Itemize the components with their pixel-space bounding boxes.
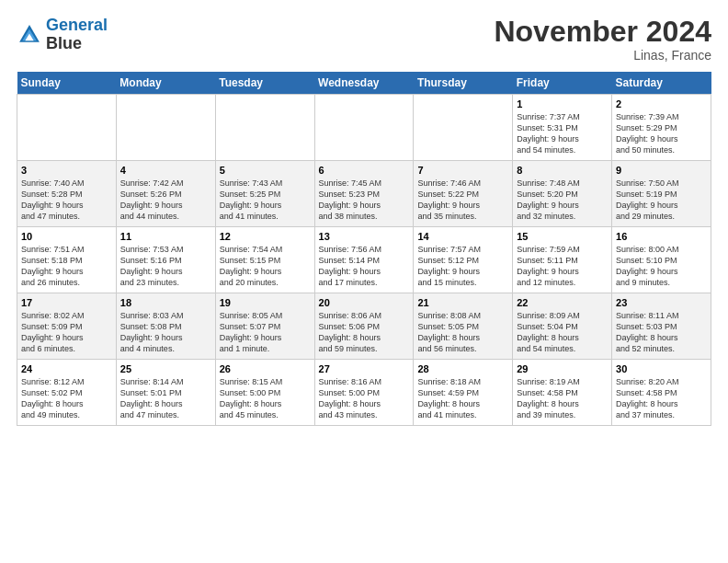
day-cell	[116, 95, 215, 161]
day-info: Sunrise: 8:14 AM Sunset: 5:01 PM Dayligh…	[120, 376, 211, 421]
day-cell: 6Sunrise: 7:45 AM Sunset: 5:23 PM Daylig…	[314, 161, 414, 227]
logo-icon	[17, 22, 42, 48]
day-cell: 22Sunrise: 8:09 AM Sunset: 5:04 PM Dayli…	[513, 293, 612, 360]
day-cell: 29Sunrise: 8:19 AM Sunset: 4:58 PM Dayli…	[513, 360, 612, 426]
col-header-saturday: Saturday	[612, 72, 711, 95]
header: GeneralBlue November 2024 Linas, France	[17, 17, 711, 63]
month-title: November 2024	[494, 17, 711, 46]
day-cell: 5Sunrise: 7:43 AM Sunset: 5:25 PM Daylig…	[215, 161, 314, 227]
col-header-monday: Monday	[116, 72, 215, 95]
page: GeneralBlue November 2024 Linas, France …	[0, 0, 728, 437]
day-cell: 26Sunrise: 8:15 AM Sunset: 5:00 PM Dayli…	[215, 360, 314, 426]
day-number: 11	[120, 231, 211, 242]
day-info: Sunrise: 8:19 AM Sunset: 4:58 PM Dayligh…	[517, 376, 608, 421]
day-number: 26	[220, 363, 311, 374]
day-number: 22	[517, 297, 608, 308]
day-info: Sunrise: 8:11 AM Sunset: 5:03 PM Dayligh…	[616, 310, 707, 355]
day-cell: 7Sunrise: 7:46 AM Sunset: 5:22 PM Daylig…	[414, 161, 513, 227]
day-cell: 28Sunrise: 8:18 AM Sunset: 4:59 PM Dayli…	[414, 360, 513, 426]
day-info: Sunrise: 7:48 AM Sunset: 5:20 PM Dayligh…	[517, 178, 608, 223]
day-cell: 2Sunrise: 7:39 AM Sunset: 5:29 PM Daylig…	[612, 95, 711, 161]
day-number: 5	[220, 165, 311, 176]
day-number: 28	[417, 363, 508, 374]
day-cell: 13Sunrise: 7:56 AM Sunset: 5:14 PM Dayli…	[314, 227, 414, 293]
day-number: 16	[616, 231, 707, 242]
day-cell: 17Sunrise: 8:02 AM Sunset: 5:09 PM Dayli…	[17, 293, 117, 360]
day-info: Sunrise: 7:56 AM Sunset: 5:14 PM Dayligh…	[319, 244, 410, 289]
day-info: Sunrise: 7:40 AM Sunset: 5:28 PM Dayligh…	[21, 178, 112, 223]
day-info: Sunrise: 7:46 AM Sunset: 5:22 PM Dayligh…	[417, 178, 508, 223]
day-info: Sunrise: 8:09 AM Sunset: 5:04 PM Dayligh…	[517, 310, 608, 355]
day-cell: 30Sunrise: 8:20 AM Sunset: 4:58 PM Dayli…	[612, 360, 711, 426]
day-info: Sunrise: 8:06 AM Sunset: 5:06 PM Dayligh…	[319, 310, 410, 355]
day-cell: 11Sunrise: 7:53 AM Sunset: 5:16 PM Dayli…	[116, 227, 215, 293]
day-cell: 4Sunrise: 7:42 AM Sunset: 5:26 PM Daylig…	[116, 161, 215, 227]
col-header-friday: Friday	[513, 72, 612, 95]
day-info: Sunrise: 8:12 AM Sunset: 5:02 PM Dayligh…	[21, 376, 112, 421]
day-info: Sunrise: 8:20 AM Sunset: 4:58 PM Dayligh…	[616, 376, 707, 421]
day-cell: 27Sunrise: 8:16 AM Sunset: 5:00 PM Dayli…	[314, 360, 414, 426]
day-info: Sunrise: 8:08 AM Sunset: 5:05 PM Dayligh…	[417, 310, 508, 355]
day-cell: 18Sunrise: 8:03 AM Sunset: 5:08 PM Dayli…	[116, 293, 215, 360]
week-row-3: 10Sunrise: 7:51 AM Sunset: 5:18 PM Dayli…	[17, 227, 711, 293]
day-info: Sunrise: 7:39 AM Sunset: 5:29 PM Dayligh…	[616, 111, 707, 156]
week-row-2: 3Sunrise: 7:40 AM Sunset: 5:28 PM Daylig…	[17, 161, 711, 227]
day-number: 20	[319, 297, 410, 308]
day-cell: 23Sunrise: 8:11 AM Sunset: 5:03 PM Dayli…	[612, 293, 711, 360]
col-header-thursday: Thursday	[414, 72, 513, 95]
title-block: November 2024 Linas, France	[494, 17, 711, 63]
day-info: Sunrise: 7:54 AM Sunset: 5:15 PM Dayligh…	[220, 244, 311, 289]
day-number: 23	[616, 297, 707, 308]
day-cell: 9Sunrise: 7:50 AM Sunset: 5:19 PM Daylig…	[612, 161, 711, 227]
day-cell: 21Sunrise: 8:08 AM Sunset: 5:05 PM Dayli…	[414, 293, 513, 360]
day-cell: 16Sunrise: 8:00 AM Sunset: 5:10 PM Dayli…	[612, 227, 711, 293]
day-cell	[314, 95, 414, 161]
day-cell: 19Sunrise: 8:05 AM Sunset: 5:07 PM Dayli…	[215, 293, 314, 360]
location: Linas, France	[494, 48, 711, 63]
day-number: 10	[21, 231, 112, 242]
day-number: 27	[319, 363, 410, 374]
day-number: 30	[616, 363, 707, 374]
day-number: 2	[616, 98, 707, 109]
day-number: 29	[517, 363, 608, 374]
day-number: 17	[21, 297, 112, 308]
col-header-wednesday: Wednesday	[314, 72, 414, 95]
day-number: 18	[120, 297, 211, 308]
day-info: Sunrise: 7:37 AM Sunset: 5:31 PM Dayligh…	[517, 111, 608, 156]
day-cell: 8Sunrise: 7:48 AM Sunset: 5:20 PM Daylig…	[513, 161, 612, 227]
day-number: 1	[517, 98, 608, 109]
week-row-1: 1Sunrise: 7:37 AM Sunset: 5:31 PM Daylig…	[17, 95, 711, 161]
day-number: 9	[616, 165, 707, 176]
day-info: Sunrise: 8:05 AM Sunset: 5:07 PM Dayligh…	[220, 310, 311, 355]
day-info: Sunrise: 7:57 AM Sunset: 5:12 PM Dayligh…	[417, 244, 508, 289]
day-cell: 12Sunrise: 7:54 AM Sunset: 5:15 PM Dayli…	[215, 227, 314, 293]
day-cell: 20Sunrise: 8:06 AM Sunset: 5:06 PM Dayli…	[314, 293, 414, 360]
week-row-4: 17Sunrise: 8:02 AM Sunset: 5:09 PM Dayli…	[17, 293, 711, 360]
day-info: Sunrise: 8:15 AM Sunset: 5:00 PM Dayligh…	[220, 376, 311, 421]
day-info: Sunrise: 7:45 AM Sunset: 5:23 PM Dayligh…	[319, 178, 410, 223]
day-number: 12	[220, 231, 311, 242]
day-cell: 3Sunrise: 7:40 AM Sunset: 5:28 PM Daylig…	[17, 161, 117, 227]
day-number: 8	[517, 165, 608, 176]
day-number: 3	[21, 165, 112, 176]
day-number: 14	[417, 231, 508, 242]
col-header-sunday: Sunday	[17, 72, 117, 95]
day-cell: 15Sunrise: 7:59 AM Sunset: 5:11 PM Dayli…	[513, 227, 612, 293]
logo: GeneralBlue	[17, 17, 108, 53]
day-info: Sunrise: 8:03 AM Sunset: 5:08 PM Dayligh…	[120, 310, 211, 355]
logo-text: GeneralBlue	[46, 17, 108, 53]
day-number: 19	[220, 297, 311, 308]
day-number: 6	[319, 165, 410, 176]
day-info: Sunrise: 7:53 AM Sunset: 5:16 PM Dayligh…	[120, 244, 211, 289]
col-header-tuesday: Tuesday	[215, 72, 314, 95]
day-info: Sunrise: 8:00 AM Sunset: 5:10 PM Dayligh…	[616, 244, 707, 289]
day-number: 13	[319, 231, 410, 242]
day-number: 4	[120, 165, 211, 176]
day-number: 24	[21, 363, 112, 374]
day-cell: 24Sunrise: 8:12 AM Sunset: 5:02 PM Dayli…	[17, 360, 117, 426]
day-number: 15	[517, 231, 608, 242]
day-info: Sunrise: 7:51 AM Sunset: 5:18 PM Dayligh…	[21, 244, 112, 289]
header-row: SundayMondayTuesdayWednesdayThursdayFrid…	[17, 72, 711, 95]
week-row-5: 24Sunrise: 8:12 AM Sunset: 5:02 PM Dayli…	[17, 360, 711, 426]
day-info: Sunrise: 7:59 AM Sunset: 5:11 PM Dayligh…	[517, 244, 608, 289]
